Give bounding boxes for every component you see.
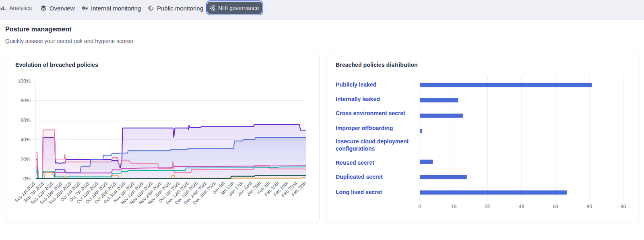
svg-text:Cross environment secret: Cross environment secret — [336, 110, 405, 116]
svg-text:Insecure cloud deployment: Insecure cloud deployment — [336, 138, 409, 145]
svg-text:0%: 0% — [23, 176, 31, 182]
svg-text:96: 96 — [621, 204, 626, 209]
svg-text:100%: 100% — [18, 79, 31, 84]
svg-text:Improper offboarding: Improper offboarding — [336, 125, 393, 131]
svg-text:64: 64 — [553, 204, 558, 209]
svg-text:Duplicated secret: Duplicated secret — [336, 174, 383, 180]
svg-text:40%: 40% — [21, 137, 31, 143]
svg-text:Reused secret: Reused secret — [336, 159, 374, 166]
svg-text:48: 48 — [519, 204, 524, 209]
svg-text:configurations: configurations — [336, 145, 375, 152]
svg-text:0: 0 — [419, 204, 421, 209]
svg-text:16: 16 — [451, 204, 456, 209]
svg-text:80: 80 — [586, 204, 592, 209]
svg-text:Internally leaked: Internally leaked — [336, 96, 380, 102]
svg-text:Publicly leaked: Publicly leaked — [336, 81, 376, 88]
svg-text:20%: 20% — [21, 157, 31, 162]
svg-text:32: 32 — [485, 204, 491, 209]
svg-text:Long lived secret: Long lived secret — [336, 189, 382, 195]
svg-text:60%: 60% — [21, 118, 31, 123]
svg-text:80%: 80% — [21, 98, 31, 103]
